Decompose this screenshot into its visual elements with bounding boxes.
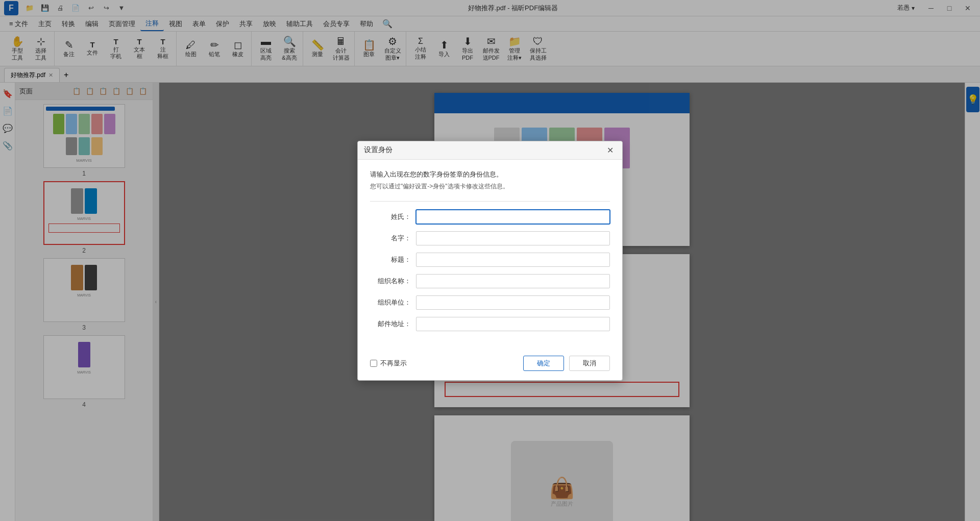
modal-overlay: 设置身份 ✕ 请输入出现在您的数字身份签章的身份信息。 您可以通过"偏好设置->…: [0, 0, 980, 521]
modal-title: 设置身份: [364, 145, 393, 155]
cancel-btn[interactable]: 取消: [569, 356, 610, 371]
modal-footer: 不再显示 确定 取消: [358, 349, 622, 380]
btn-area: 确定 取消: [523, 356, 610, 371]
form-row-firstname: 名字：: [370, 231, 610, 245]
modal-divider: [370, 201, 610, 202]
form-row-surname: 姓氏：: [370, 210, 610, 224]
no-show-checkbox[interactable]: [370, 360, 377, 367]
modal-body: 请输入出现在您的数字身份签章的身份信息。 您可以通过"偏好设置->身份"选项卡修…: [358, 160, 622, 349]
no-show-label: 不再显示: [380, 359, 407, 368]
label-orgunit: 组织单位：: [370, 298, 411, 307]
input-firstname[interactable]: [416, 231, 610, 245]
label-firstname: 名字：: [370, 234, 411, 243]
form-row-email: 邮件地址：: [370, 317, 610, 331]
label-title: 标题：: [370, 255, 411, 264]
modal-close-btn[interactable]: ✕: [604, 144, 616, 156]
label-email: 邮件地址：: [370, 319, 411, 329]
form-row-orgunit: 组织单位：: [370, 295, 610, 310]
confirm-btn[interactable]: 确定: [523, 356, 564, 371]
modal-desc1: 请输入出现在您的数字身份签章的身份信息。: [370, 170, 610, 179]
modal-dialog: 设置身份 ✕ 请输入出现在您的数字身份签章的身份信息。 您可以通过"偏好设置->…: [357, 141, 623, 381]
label-surname: 姓氏：: [370, 212, 411, 221]
modal-desc2: 您可以通过"偏好设置->身份"选项卡修改这些信息。: [370, 182, 610, 191]
form-row-title: 标题：: [370, 253, 610, 267]
no-show-area: 不再显示: [370, 359, 407, 368]
input-title[interactable]: [416, 253, 610, 267]
label-orgname: 组织名称：: [370, 277, 411, 286]
input-orgname[interactable]: [416, 274, 610, 288]
input-surname[interactable]: [416, 210, 610, 224]
form-row-orgname: 组织名称：: [370, 274, 610, 288]
input-orgunit[interactable]: [416, 295, 610, 310]
modal-header: 设置身份 ✕: [358, 141, 622, 160]
input-email[interactable]: [416, 317, 610, 331]
